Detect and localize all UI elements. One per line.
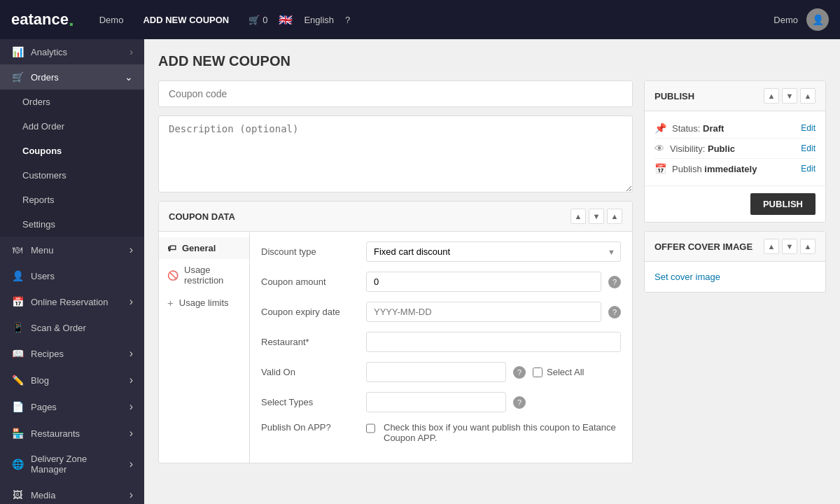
cover-panel: OFFER COVER IMAGE ▲ ▼ ▲ Set cover image <box>644 231 826 293</box>
sidebar-item-delivery[interactable]: 🌐 Delivery Zone Manager <box>0 447 144 482</box>
restaurant-input[interactable] <box>366 332 621 352</box>
nav-right: Demo 👤 <box>774 8 829 31</box>
top-nav: eatance. Demo ADD NEW COUPON 🛒 0 🇬🇧 Engl… <box>0 0 840 39</box>
analytics-icon: 📊 <box>11 46 24 57</box>
sidebar-sub-settings[interactable]: Settings <box>0 212 144 237</box>
nav-add-coupon[interactable]: ADD NEW COUPON <box>134 10 237 29</box>
panel-up-btn[interactable]: ▲ <box>570 209 586 224</box>
publish-btn-wrap: PUBLISH <box>645 186 825 222</box>
nav-cart[interactable]: 🛒 0 <box>240 10 276 29</box>
valid-on-input[interactable] <box>366 362 506 382</box>
coupon-amount-input[interactable] <box>366 272 601 292</box>
cover-up-btn[interactable]: ▲ <box>764 239 779 254</box>
sidebar-item-analytics[interactable]: 📊 Analytics › <box>0 39 144 64</box>
coupon-code-input[interactable] <box>158 80 633 107</box>
logo: eatance. <box>11 8 74 31</box>
cover-collapse-btn[interactable]: ▲ <box>800 239 816 254</box>
menu-icon: 🍽 <box>11 244 24 255</box>
tab-general[interactable]: 🏷 General <box>159 237 249 259</box>
expiry-date-input[interactable] <box>366 302 601 322</box>
orders-icon: 🛒 <box>11 71 24 83</box>
tab-usage-limits[interactable]: + Usage limits <box>159 291 249 314</box>
pages-icon: 📄 <box>11 401 24 412</box>
expiry-date-label: Coupon expiry date <box>261 307 359 317</box>
publish-status-text: Status: Draft <box>672 123 801 134</box>
select-all-label[interactable]: Select All <box>547 367 584 377</box>
select-types-label: Select Types <box>261 397 359 407</box>
sidebar-item-online-reservation[interactable]: 📅 Online Reservation <box>0 288 144 315</box>
content-grid: COUPON DATA ▲ ▼ ▲ 🏷 General <box>158 80 826 463</box>
right-column: PUBLISH ▲ ▼ ▲ 📌 Status: Draft <box>644 80 826 463</box>
select-all-checkbox[interactable] <box>533 368 542 377</box>
coupon-amount-label: Coupon amount <box>261 276 359 287</box>
delivery-icon: 🌐 <box>11 458 24 470</box>
nav-help[interactable]: ? <box>345 15 350 25</box>
sidebar-item-orders[interactable]: 🛒 Orders ⌄ <box>0 64 144 90</box>
sidebar-sub-coupons[interactable]: Coupons <box>0 139 144 163</box>
expiry-date-help-icon[interactable]: ? <box>608 306 621 318</box>
sidebar-sub-add-order[interactable]: Add Order <box>0 114 144 139</box>
publish-up-btn[interactable]: ▲ <box>764 88 779 104</box>
tab-usage-restriction[interactable]: 🚫 Usage restriction <box>159 259 249 291</box>
panel-down-btn[interactable]: ▼ <box>589 209 604 224</box>
publish-rows: 📌 Status: Draft Edit 👁 Visibility: <box>645 111 825 186</box>
nav-demo[interactable]: Demo <box>91 10 132 29</box>
coupon-tabs: 🏷 General 🚫 Usage restriction + Usage li… <box>159 232 250 463</box>
panel-controls: ▲ ▼ ▲ <box>570 209 622 224</box>
publish-date-edit-link[interactable]: Edit <box>801 164 816 174</box>
discount-type-select[interactable]: Fixed cart discount Percentage discount … <box>366 241 621 262</box>
sidebar-item-users[interactable]: 👤 Users <box>0 263 144 288</box>
sidebar-item-pages[interactable]: 📄 Pages <box>0 393 144 420</box>
select-types-help-icon[interactable]: ? <box>513 396 526 409</box>
orders-submenu: Orders Add Order Coupons Customers Repor… <box>0 90 144 237</box>
nav-links: Demo ADD NEW COUPON 🛒 0 🇬🇧 English ? <box>91 10 774 29</box>
visibility-edit-link[interactable]: Edit <box>801 144 816 153</box>
publish-down-btn[interactable]: ▼ <box>782 88 797 104</box>
publish-panel-title: PUBLISH <box>654 91 694 102</box>
scan-icon: 📱 <box>11 322 24 333</box>
sidebar-item-scan-order[interactable]: 📱 Scan & Order <box>0 315 144 340</box>
select-types-input[interactable] <box>366 392 506 412</box>
nav-user-label: Demo <box>774 15 798 25</box>
sidebar-sub-reports[interactable]: Reports <box>0 188 144 212</box>
sidebar-item-media[interactable]: 🖼 Media <box>0 482 144 504</box>
sidebar-item-blog[interactable]: ✏️ Blog <box>0 367 144 393</box>
sidebar-item-restaurants[interactable]: 🏪 Restaurants <box>0 420 144 447</box>
sidebar-sub-customers[interactable]: Customers <box>0 163 144 188</box>
publish-app-note: Check this box if you want publish this … <box>384 422 621 443</box>
publish-panel-header: PUBLISH ▲ ▼ ▲ <box>645 81 825 111</box>
layout: 📊 Analytics › 🛒 Orders ⌄ Orders Add Orde… <box>0 39 840 504</box>
publish-date-row: 📅 Publish immediately Edit <box>654 159 816 178</box>
nav-avatar[interactable]: 👤 <box>806 8 829 31</box>
publish-collapse-btn[interactable]: ▲ <box>800 88 816 104</box>
publish-panel: PUBLISH ▲ ▼ ▲ 📌 Status: Draft <box>644 80 826 223</box>
publish-status-row: 📌 Status: Draft Edit <box>654 118 816 139</box>
calendar-icon: 📅 <box>654 163 666 174</box>
restaurant-label: Restaurant* <box>261 337 359 347</box>
logo-dot: . <box>69 8 74 31</box>
cover-down-btn[interactable]: ▼ <box>782 239 797 254</box>
coupon-data-panel: COUPON DATA ▲ ▼ ▲ 🏷 General <box>158 201 633 463</box>
publish-panel-controls: ▲ ▼ ▲ <box>764 88 816 104</box>
publish-button[interactable]: PUBLISH <box>750 193 816 215</box>
recipes-icon: 📖 <box>11 348 24 359</box>
status-icon: 📌 <box>654 122 666 134</box>
valid-on-row: Valid On ? Select All <box>261 362 621 382</box>
users-icon: 👤 <box>11 270 24 281</box>
valid-on-help-icon[interactable]: ? <box>513 366 526 379</box>
sidebar-item-menu[interactable]: 🍽 Menu <box>0 237 144 263</box>
discount-type-label: Discount type <box>261 246 359 257</box>
set-cover-link[interactable]: Set cover image <box>654 272 720 282</box>
media-icon: 🖼 <box>11 489 24 500</box>
select-all-wrap: Select All <box>533 367 584 377</box>
panel-collapse-btn[interactable]: ▲ <box>607 209 622 224</box>
status-edit-link[interactable]: Edit <box>801 123 816 133</box>
description-input[interactable] <box>158 115 633 192</box>
sidebar-sub-orders[interactable]: Orders <box>0 90 144 114</box>
publish-app-checkbox[interactable] <box>366 424 375 433</box>
nav-language[interactable]: English <box>295 10 342 29</box>
coupon-amount-help-icon[interactable]: ? <box>608 276 621 288</box>
blog-icon: ✏️ <box>11 374 24 386</box>
sidebar-item-recipes[interactable]: 📖 Recipes <box>0 340 144 367</box>
sidebar: 📊 Analytics › 🛒 Orders ⌄ Orders Add Orde… <box>0 39 144 504</box>
